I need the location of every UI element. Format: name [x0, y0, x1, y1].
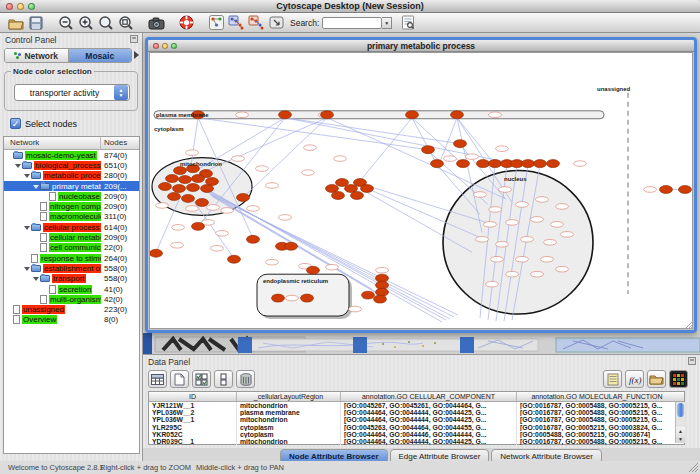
- gene-node[interactable]: [454, 140, 467, 148]
- delete-attribute-icon[interactable]: [236, 370, 255, 388]
- gene-node[interactable]: [534, 160, 547, 168]
- gene-label-node[interactable]: [286, 295, 299, 301]
- tree-row[interactable]: multi-organism pro42(0): [4, 294, 139, 304]
- gene-label-node[interactable]: [186, 206, 199, 212]
- tab-mosaic[interactable]: Mosaic: [69, 49, 132, 62]
- search-dropdown-button[interactable]: ▼: [382, 17, 392, 29]
- zoom-in-icon[interactable]: [77, 15, 95, 31]
- gene-label-node[interactable]: [279, 215, 292, 221]
- edge[interactable]: [285, 118, 460, 144]
- gene-label-node[interactable]: [499, 187, 512, 193]
- table-row[interactable]: YKR052Ccytoplasm[GO:0044464, GO:0044446,…: [149, 431, 684, 438]
- tree-node-label[interactable]: cellular metabo: [49, 233, 101, 242]
- gene-label-node[interactable]: [376, 267, 389, 273]
- unselect-attributes-icon[interactable]: [214, 370, 233, 388]
- tree-column-network[interactable]: Network: [4, 137, 101, 149]
- gene-label-node[interactable]: [221, 208, 234, 214]
- gene-node[interactable]: [351, 191, 364, 199]
- tabs-overflow-arrow-icon[interactable]: [134, 51, 139, 59]
- gene-label-node[interactable]: [474, 192, 487, 198]
- gene-label-node[interactable]: [551, 222, 564, 228]
- tree-node-label[interactable]: metabolic process: [43, 171, 101, 180]
- gene-label-node[interactable]: [489, 207, 502, 213]
- gene-label-node[interactable]: [326, 264, 339, 270]
- tree-row[interactable]: unassigned223(0): [4, 304, 139, 314]
- gene-node[interactable]: [451, 111, 464, 119]
- gene-label-node[interactable]: [302, 170, 315, 176]
- gene-label-node[interactable]: [506, 220, 519, 226]
- annotation-icon[interactable]: [267, 15, 285, 31]
- gene-node[interactable]: [228, 255, 241, 263]
- gene-label-node[interactable]: [574, 161, 587, 167]
- table-row[interactable]: YJR121W__1mitochondrion[GO:0045267, GO:0…: [149, 402, 684, 409]
- gene-label-node[interactable]: [556, 204, 569, 210]
- gene-node[interactable]: [679, 186, 692, 194]
- gene-node[interactable]: [166, 175, 179, 183]
- gene-node[interactable]: [376, 288, 389, 296]
- tree-row[interactable]: transport558(0): [4, 274, 139, 284]
- gene-label-node[interactable]: [544, 240, 557, 246]
- gene-label-node[interactable]: [521, 237, 534, 243]
- float-panel-icon[interactable]: [130, 35, 138, 43]
- snapshot-icon[interactable]: [147, 15, 165, 31]
- tree-row[interactable]: primary metabo209(...: [4, 181, 139, 191]
- gene-node[interactable]: [179, 176, 192, 184]
- network-view-window[interactable]: primary metabolic process plasma membran…: [145, 37, 697, 333]
- gene-label-node[interactable]: [561, 232, 574, 238]
- expander-icon[interactable]: [24, 172, 31, 179]
- nucleus-compartment[interactable]: [443, 171, 593, 314]
- table-row[interactable]: YPL036W__1mitochondrion[GO:0044464, GO:0…: [149, 416, 684, 423]
- gene-node[interactable]: [201, 185, 214, 193]
- gene-node[interactable]: [174, 167, 187, 175]
- gene-node[interactable]: [187, 184, 200, 192]
- network-canvas[interactable]: plasma membranecytoplasmmitochondrionnuc…: [149, 52, 693, 329]
- gene-label-node[interactable]: [186, 150, 199, 156]
- tree-node-label[interactable]: establishment of lo: [43, 264, 101, 273]
- select-attributes-icon[interactable]: [192, 370, 211, 388]
- gene-label-node[interactable]: [489, 112, 502, 118]
- tree-row[interactable]: metabolic process280(0): [4, 171, 139, 181]
- tree-column-nodes[interactable]: Nodes: [101, 137, 139, 149]
- gene-node[interactable]: [362, 291, 375, 299]
- gene-node[interactable]: [457, 160, 470, 168]
- gene-label-node[interactable]: [216, 231, 229, 237]
- app-resize-grip[interactable]: [689, 463, 698, 472]
- gene-label-node[interactable]: [156, 203, 169, 209]
- gene-label-node[interactable]: [266, 183, 279, 189]
- tree-row[interactable]: cellular process614(0): [4, 222, 139, 232]
- tree-node-label[interactable]: mosaic-demo-yeast: [25, 151, 97, 160]
- gene-label-node[interactable]: [491, 256, 504, 262]
- attribute-table-icon[interactable]: [148, 370, 167, 388]
- edge[interactable]: [285, 118, 520, 165]
- gene-node[interactable]: [321, 111, 334, 119]
- gene-label-node[interactable]: [232, 156, 245, 162]
- node-color-dropdown[interactable]: transporter activity ▲▼: [14, 84, 130, 101]
- tree-node-label[interactable]: primary metabo: [52, 182, 101, 191]
- attribute-editor-icon[interactable]: [603, 370, 622, 388]
- function-builder-icon[interactable]: f(x): [625, 370, 644, 388]
- column-header[interactable]: annotation.GO CELLULAR_COMPONENT: [341, 392, 517, 401]
- gene-node[interactable]: [307, 266, 320, 274]
- table-row[interactable]: YDR039C__1mitochondrion[GO:0044464, GO:0…: [149, 438, 684, 445]
- tree-node-label[interactable]: Overview: [22, 315, 57, 324]
- gene-label-node[interactable]: [486, 281, 499, 287]
- gene-label-node[interactable]: [644, 187, 657, 193]
- gene-label-node[interactable]: [516, 202, 529, 208]
- expander-icon[interactable]: [24, 265, 31, 272]
- tree-row[interactable]: nitrogen compo209(0): [4, 201, 139, 211]
- gene-label-node[interactable]: [496, 242, 509, 248]
- gene-label-node[interactable]: [484, 222, 497, 228]
- tree-node-label[interactable]: response to stimulu: [40, 254, 101, 263]
- tree-row[interactable]: cell communicat22(0): [4, 243, 139, 253]
- help-icon[interactable]: [177, 15, 195, 31]
- column-header[interactable]: _cellularLayoutRegion: [237, 392, 341, 401]
- gene-label-node[interactable]: [266, 259, 279, 265]
- zoom-selected-icon[interactable]: [117, 15, 135, 31]
- tree-node-label[interactable]: cellular process: [43, 223, 101, 232]
- heatmap-icon[interactable]: [669, 370, 688, 388]
- tree-node-label[interactable]: cell communicat: [49, 243, 101, 252]
- gene-node[interactable]: [301, 294, 314, 302]
- gene-node[interactable]: [522, 160, 535, 168]
- gene-node[interactable]: [332, 191, 345, 199]
- gene-node[interactable]: [361, 185, 374, 193]
